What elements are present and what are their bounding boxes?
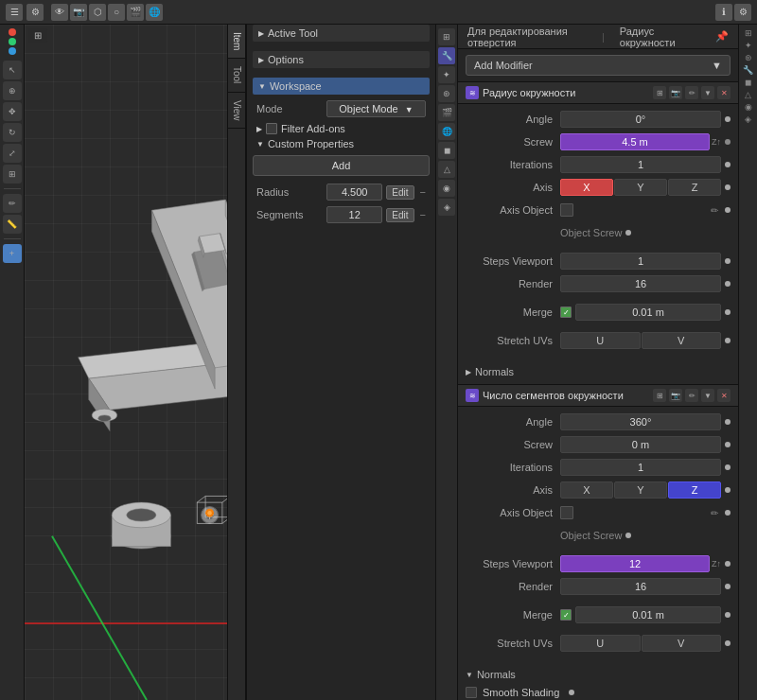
mod1-merge-value[interactable]: 0.01 m xyxy=(575,304,721,321)
mod1-render-value[interactable]: 16 xyxy=(560,275,721,292)
right-icon-3[interactable]: ⊛ xyxy=(745,53,752,62)
physics-icon[interactable]: ⊛ xyxy=(438,85,455,102)
mod2-realtime-btn[interactable]: ⊞ xyxy=(653,389,666,402)
move-tool[interactable]: ✥ xyxy=(3,102,22,121)
add-property-button[interactable]: Add xyxy=(253,155,430,176)
render-icon[interactable]: 📷 xyxy=(70,4,87,21)
mod2-merge-value[interactable]: 0.01 m xyxy=(575,606,721,623)
mod2-axis-y[interactable]: Y xyxy=(614,481,667,499)
view-tab[interactable]: View xyxy=(228,93,245,130)
mod2-edit-btn[interactable]: ✏ xyxy=(685,389,698,402)
add-tool[interactable]: + xyxy=(3,244,22,263)
tool-tab[interactable]: Tool xyxy=(228,59,245,92)
mod2-axis-z[interactable]: Z xyxy=(668,481,721,499)
scale-tool[interactable]: ⤢ xyxy=(3,144,22,163)
mode-value[interactable]: Object Mode ▼ xyxy=(326,100,426,117)
right-icon-6[interactable]: △ xyxy=(745,90,751,99)
mod2-smooth-shading-checkbox[interactable] xyxy=(466,687,477,698)
viewport-3d[interactable]: ⊞ xyxy=(25,25,227,700)
mod1-edit-btn[interactable]: ✏ xyxy=(685,86,698,99)
segments-value[interactable]: 12 xyxy=(326,206,382,223)
workspace-header[interactable]: ▼ Workspace xyxy=(253,78,430,95)
properties-icon[interactable]: ⊞ xyxy=(438,28,455,45)
right-icon-8[interactable]: ◈ xyxy=(745,114,751,124)
mod1-normals-header[interactable]: ▶ Normals xyxy=(466,363,731,380)
mod1-object-pencil[interactable]: ✏ xyxy=(708,203,721,217)
particles-icon[interactable]: ✦ xyxy=(438,66,455,83)
mod1-axis-z[interactable]: Z xyxy=(668,179,721,196)
world-icon[interactable]: 🌐 xyxy=(438,123,455,140)
viewport-editor-type[interactable]: ⊞ xyxy=(28,28,47,43)
item-tab[interactable]: Item xyxy=(228,25,245,59)
modifier-1-header[interactable]: ≋ Радиус окружности ⊞ 📷 ✏ ▼ ✕ xyxy=(458,82,738,104)
segments-edit-btn[interactable]: Edit xyxy=(386,208,414,222)
right-icon-4[interactable]: 🔧 xyxy=(743,65,753,75)
mod2-merge-checkbox[interactable]: ✓ xyxy=(560,609,572,621)
object-icon[interactable]: ◼ xyxy=(438,142,455,159)
mat-icon[interactable]: ○ xyxy=(108,4,125,21)
mod1-angle-value[interactable]: 0° xyxy=(560,111,721,128)
mod1-screw-value[interactable]: 4.5 m xyxy=(560,133,710,150)
info-icon[interactable]: ℹ xyxy=(715,4,732,21)
cursor-tool[interactable]: ⊕ xyxy=(3,81,22,100)
mod2-screw-value[interactable]: 0 m xyxy=(560,436,721,453)
segments-minus[interactable]: − xyxy=(420,209,426,220)
mod1-chevron-btn[interactable]: ▼ xyxy=(701,86,714,99)
mod2-chevron-btn[interactable]: ▼ xyxy=(701,389,714,402)
active-tool-header[interactable]: ▶ Active Tool xyxy=(253,25,430,42)
radius-edit-btn[interactable]: Edit xyxy=(386,185,414,200)
eye-icon[interactable]: 👁 xyxy=(51,4,68,21)
mod2-steps-viewport-value[interactable]: 12 xyxy=(560,555,710,572)
mod2-iterations-value[interactable]: 1 xyxy=(560,459,721,476)
node-icon[interactable]: ⬡ xyxy=(89,4,106,21)
mod2-angle-value[interactable]: 360° xyxy=(560,413,721,430)
mod2-object-square[interactable] xyxy=(560,506,573,519)
mod1-axis-x[interactable]: X xyxy=(560,179,613,196)
right-icon-7[interactable]: ◉ xyxy=(745,102,752,112)
mod2-normals-header[interactable]: ▼ Normals xyxy=(466,666,731,683)
prop-tab-edit[interactable]: Для редактирования отверстия xyxy=(464,25,590,50)
annotate-tool[interactable]: ✏ xyxy=(3,194,22,213)
mod2-render-value[interactable]: 16 xyxy=(560,578,721,595)
prop-tab-radius[interactable]: Радиус окружности xyxy=(616,25,696,50)
mod1-close-btn[interactable]: ✕ xyxy=(717,86,731,99)
data-icon[interactable]: △ xyxy=(438,161,455,178)
rotate-tool[interactable]: ↻ xyxy=(3,123,22,142)
transform-tool[interactable]: ⊞ xyxy=(3,165,22,184)
mod1-steps-viewport-value[interactable]: 1 xyxy=(560,253,721,270)
add-modifier-button[interactable]: Add Modifier ▼ xyxy=(466,55,731,76)
blender-menu-icon[interactable]: ☰ xyxy=(6,4,23,21)
file-icon[interactable]: ⚙ xyxy=(26,4,44,21)
mod1-iterations-value[interactable]: 1 xyxy=(560,156,721,173)
scene-icon[interactable]: 🎬 xyxy=(127,4,144,21)
modifiers-area[interactable]: ≋ Радиус окружности ⊞ 📷 ✏ ▼ ✕ Angle 0° xyxy=(458,82,738,700)
modifier-icon[interactable]: 🔧 xyxy=(438,47,455,64)
mod1-axis-y[interactable]: Y xyxy=(614,179,667,196)
mod1-uv-v[interactable]: V xyxy=(642,332,722,349)
mod2-object-pencil[interactable]: ✏ xyxy=(708,506,721,519)
scene-icon[interactable]: 🎬 xyxy=(438,104,455,121)
mod2-uv-u[interactable]: U xyxy=(560,635,641,652)
world-icon[interactable]: 🌐 xyxy=(146,4,163,21)
mod1-merge-checkbox[interactable]: ✓ xyxy=(560,306,572,318)
mod1-object-square[interactable] xyxy=(560,203,573,217)
filter-addons-checkbox[interactable] xyxy=(266,123,277,134)
mod2-axis-x[interactable]: X xyxy=(560,481,613,499)
prop-pin-icon[interactable]: 📌 xyxy=(712,28,732,44)
modifier-2-header[interactable]: ≋ Число сегментов окружности ⊞ 📷 ✏ ▼ ✕ xyxy=(458,385,738,407)
mod1-realtime-btn[interactable]: ⊞ xyxy=(653,86,666,99)
radius-value[interactable]: 4.500 xyxy=(326,184,382,201)
mod2-uv-v[interactable]: V xyxy=(642,635,722,652)
settings-icon[interactable]: ⚙ xyxy=(734,4,751,21)
mod1-uv-u[interactable]: U xyxy=(560,332,641,349)
mod2-render-btn[interactable]: 📷 xyxy=(669,389,682,402)
right-icon-5[interactable]: ◼ xyxy=(745,78,751,87)
radius-minus[interactable]: − xyxy=(420,186,426,198)
right-icon-2[interactable]: ✦ xyxy=(745,41,752,50)
select-tool[interactable]: ↖ xyxy=(3,61,22,79)
options-header[interactable]: ▶ Options xyxy=(253,51,430,68)
mod1-render-btn[interactable]: 📷 xyxy=(669,86,682,99)
material-icon[interactable]: ◉ xyxy=(438,180,455,197)
measure-tool[interactable]: 📏 xyxy=(3,215,22,234)
right-icon-1[interactable]: ⊞ xyxy=(745,28,752,38)
